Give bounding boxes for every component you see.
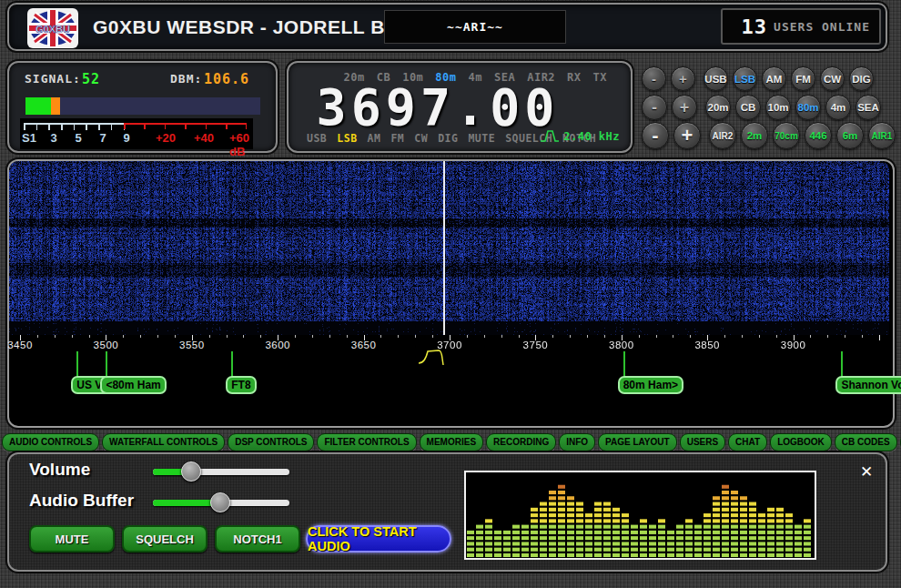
frequency-scale-tick: [140, 335, 141, 338]
marker-shannon-volmet[interactable]: Shannon Volmet: [835, 376, 901, 394]
svg-text:G0XBU: G0XBU: [35, 24, 70, 35]
squelch-button[interactable]: SQUELCH: [122, 525, 208, 553]
446-button[interactable]: 446: [805, 122, 832, 149]
step-minus-button-row1[interactable]: -: [642, 66, 666, 91]
tab-waterfall-controls[interactable]: WATERFALL CONTROLS: [102, 433, 225, 451]
air1-button[interactable]: AIR1: [868, 122, 896, 149]
step-minus-button-row2[interactable]: -: [642, 95, 667, 120]
marker-line-us-vo: [76, 351, 78, 379]
tab-dsp-controls[interactable]: DSP CONTROLS: [228, 433, 314, 451]
frequency-scale-tick: [227, 335, 228, 338]
usb-button[interactable]: USB: [704, 66, 728, 91]
frequency-scale-label-3850: 3850: [689, 340, 725, 350]
volume-slider[interactable]: [153, 461, 289, 482]
frequency-scale-tick: [690, 335, 691, 338]
audio-buffer-slider[interactable]: [153, 492, 289, 512]
frequency-scale-tick: [157, 335, 158, 338]
10m-button[interactable]: 10m: [765, 95, 791, 120]
audio-buffer-slider-thumb[interactable]: [210, 492, 230, 512]
marker-ft8[interactable]: FT8: [226, 376, 256, 394]
frequency-scale-tick: [380, 335, 381, 338]
frequency-scale-tick: [845, 335, 845, 338]
volume-label: Volume: [29, 460, 90, 480]
frequency-scale-label-3800: 3800: [603, 340, 640, 350]
dig-button[interactable]: DIG: [849, 66, 874, 91]
notch1-button[interactable]: NOTCH1: [215, 525, 300, 553]
start-audio-button[interactable]: CLICK TO START AUDIO: [306, 525, 451, 553]
tab-page-layout[interactable]: PAGE LAYOUT: [598, 433, 677, 451]
tab-filter-controls[interactable]: FILTER CONTROLS: [317, 433, 416, 451]
80m-button[interactable]: 80m: [795, 95, 821, 120]
tab-info[interactable]: INFO: [559, 433, 595, 451]
s-meter-label-40: +40: [194, 131, 214, 145]
frequency-scale-tick: [501, 335, 502, 338]
6m-button[interactable]: 6m: [836, 122, 864, 149]
volume-slider-thumb[interactable]: [181, 461, 201, 482]
frequency-scale-tick: [604, 335, 605, 338]
frequency-scale-label-3750: 3750: [517, 340, 553, 350]
passband-filter-icon: [540, 129, 560, 143]
cw-button[interactable]: CW: [820, 66, 845, 91]
step-plus-button-row3[interactable]: +: [673, 122, 701, 149]
tab-audio-controls[interactable]: AUDIO CONTROLS: [2, 433, 99, 451]
s-meter-label-3: 3: [50, 131, 56, 145]
s-meter-red-line: [124, 123, 246, 125]
header: G0XBU G0XBU WEBSDR - JODRELL BANK ~~ARI~…: [7, 3, 887, 51]
lsb-button[interactable]: LSB: [733, 66, 757, 91]
70cm-button[interactable]: 70cm: [773, 122, 800, 149]
mute-button[interactable]: MUTE: [29, 525, 115, 553]
signal-meter-orange-segment: [51, 97, 60, 115]
signal-readout: SIGNAL: 52 DBM: 106.6: [9, 72, 276, 90]
button-grid-row-2: -+20mCB10m80m4mSEA: [642, 95, 881, 120]
tab-memories[interactable]: MEMORIES: [420, 433, 483, 451]
control-tabs-bar: AUDIO CONTROLSWATERFALL CONTROLSDSP CONT…: [2, 433, 899, 451]
2m-button[interactable]: 2m: [741, 122, 768, 149]
frequency-display-panel: 20mCB10m80m4mSEAAIR2RXTX 3697.00 USBLSBA…: [287, 61, 633, 153]
mode-indicator-dig: DIG: [438, 132, 458, 145]
waterfall-display[interactable]: [9, 161, 889, 335]
button-grid-row-3: -+AIR22m70cm4466mAIR1: [642, 122, 896, 149]
step-minus-button-row3[interactable]: -: [642, 122, 669, 149]
sea-button[interactable]: SEA: [855, 95, 881, 120]
bandwidth-value: 2.40 kHz: [563, 130, 620, 143]
frequency-scale-tick: [295, 335, 296, 338]
fm-button[interactable]: FM: [791, 66, 815, 91]
dbm-label: DBM:: [170, 72, 202, 86]
frequency-scale-tick: [484, 335, 485, 338]
waterfall-panel: 3450350035503600365037003750380038503900…: [7, 159, 895, 428]
marker-80m-ham[interactable]: 80m Ham>: [618, 376, 683, 394]
step-plus-button-row2[interactable]: +: [672, 95, 697, 120]
s-meter-scale: S13579+20+40+60 dB: [20, 118, 253, 149]
frequency-scale-tick: [347, 335, 348, 338]
tab-cb-codes[interactable]: CB CODES: [835, 433, 897, 451]
air2-button[interactable]: AIR2: [709, 122, 736, 149]
frequency-scale-tick: [312, 335, 313, 338]
tab-users[interactable]: USERS: [680, 433, 725, 451]
users-label: USERS ONLINE: [774, 20, 870, 34]
s-meter-white-line: [24, 123, 124, 125]
tab-recording[interactable]: RECORDING: [486, 433, 556, 451]
close-icon[interactable]: ✕: [856, 461, 876, 482]
frequency-scale-tick: [55, 335, 56, 338]
frequency-scale-tick: [415, 335, 416, 338]
frequency-scale-tick: [72, 335, 73, 338]
frequency-scale-tick: [862, 335, 863, 338]
signal-value: 52: [82, 71, 100, 87]
mode-indicator-lsb: LSB: [337, 132, 357, 145]
frequency-scale-label-3550: 3550: [174, 340, 210, 350]
frequency-scale-tick: [398, 335, 399, 338]
frequency-scale-tick: [519, 335, 520, 338]
cb-button[interactable]: CB: [735, 95, 761, 120]
20m-button[interactable]: 20m: [705, 95, 731, 120]
4m-button[interactable]: 4m: [825, 95, 851, 120]
frequency-scale-tick: [570, 335, 571, 338]
step-plus-button-row1[interactable]: +: [671, 66, 695, 91]
tuned-frequency-cursor: [443, 161, 445, 335]
tab-logbook[interactable]: LOGBOOK: [770, 433, 832, 451]
frequency-scale-tick: [656, 335, 657, 338]
tab-chat[interactable]: CHAT: [728, 433, 767, 451]
frequency-scale-tick: [673, 335, 673, 338]
frequency-scale-tick: [810, 335, 811, 338]
marker-80m-ham[interactable]: <80m Ham: [100, 376, 166, 394]
am-button[interactable]: AM: [762, 66, 786, 91]
